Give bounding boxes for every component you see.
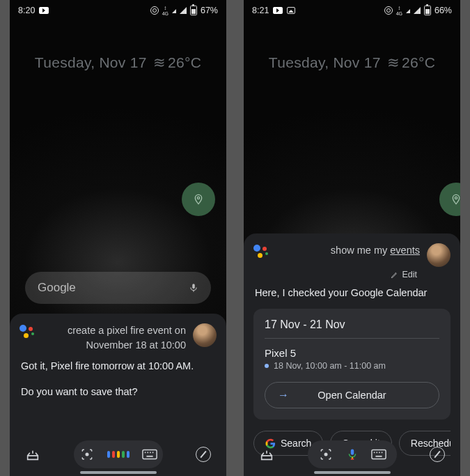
lens-icon[interactable] [79, 447, 95, 462]
assistant-input-pill[interactable] [308, 440, 397, 468]
weather-line: Tuesday, Nov 17 ≋ 26°C [244, 54, 460, 71]
user-avatar[interactable] [427, 243, 451, 267]
assistant-response: Got it, Pixel fire tomorrow at 10:00 AM.… [21, 358, 217, 399]
explore-icon[interactable] [196, 447, 211, 462]
svg-point-8 [150, 452, 151, 453]
svg-point-18 [376, 452, 377, 453]
battery-percent: 66% [434, 6, 452, 15]
signal-icon-small [172, 9, 176, 13]
assistant-input-pill[interactable] [74, 440, 163, 468]
svg-point-10 [455, 197, 457, 199]
signal-icon [180, 7, 187, 14]
assistant-dock [244, 433, 460, 476]
weather-line: Tuesday, Nov 17 ≋ 26°C [10, 54, 226, 71]
svg-point-9 [152, 452, 153, 453]
youtube-icon [273, 7, 283, 14]
keyboard-icon[interactable] [371, 447, 386, 462]
user-avatar[interactable] [193, 323, 217, 347]
status-bar: 8:21 ↕4G 66% [244, 0, 460, 18]
battery-percent: 67% [201, 6, 218, 15]
edit-label: Edit [402, 270, 417, 279]
svg-point-17 [373, 452, 375, 453]
network-4g-icon: ↕4G [162, 6, 169, 16]
tray-icon[interactable] [25, 447, 40, 462]
google-search-label: Google [38, 281, 76, 295]
calendar-card: 17 Nov - 21 Nov Pixel 5 18 Nov, 10:00 am… [253, 309, 451, 420]
svg-point-7 [147, 452, 148, 453]
weather-icon: ≋ [387, 54, 395, 71]
open-calendar-button[interactable]: → Open Calendar [265, 382, 439, 408]
signal-icon-small [406, 9, 410, 13]
arrow-right-icon: → [278, 389, 289, 401]
weather-icon: ≋ [153, 54, 162, 71]
user-prompt-text: create a pixel fire event on November 18… [42, 323, 186, 353]
location-pin-icon [451, 192, 460, 207]
screenshot-icon [287, 7, 295, 14]
svg-rect-5 [146, 456, 152, 457]
home-handle[interactable] [314, 471, 391, 474]
svg-rect-15 [371, 450, 385, 459]
network-4g-icon: ↕4G [396, 6, 402, 16]
status-time: 8:20 [18, 6, 35, 15]
status-bar: 8:20 ↕4G 67% [10, 0, 226, 18]
youtube-icon [39, 7, 49, 14]
location-pin-icon [193, 192, 204, 207]
assistant-voice-icon[interactable] [107, 451, 130, 458]
edit-prompt-row[interactable]: Edit [253, 270, 417, 279]
assistant-logo-icon [19, 325, 35, 340]
mic-icon[interactable] [346, 446, 359, 463]
svg-point-3 [85, 453, 88, 456]
calendar-date-range: 17 Nov - 21 Nov [265, 318, 439, 331]
hotspot-icon [384, 6, 393, 15]
event-title[interactable]: Pixel 5 [265, 347, 439, 359]
phone-left: 8:20 ↕4G 67% Tuesday, Nov 17 ≋ 26°C Goog… [10, 0, 226, 476]
svg-point-11 [324, 453, 327, 456]
mic-icon[interactable] [189, 281, 198, 295]
battery-icon [190, 6, 197, 15]
tray-icon[interactable] [259, 447, 274, 462]
keyboard-icon[interactable] [142, 447, 157, 462]
google-search-pill[interactable]: Google [25, 272, 211, 304]
battery-icon [424, 6, 431, 15]
event-color-dot [265, 364, 269, 368]
user-prompt-row: create a pixel fire event on November 18… [19, 323, 217, 353]
assistant-response: Here, I checked your Google Calendar [255, 285, 451, 300]
pencil-icon [391, 271, 398, 279]
event-time: 18 Nov, 10:00 am - 11:00 am [265, 361, 439, 371]
hotspot-icon [150, 6, 159, 15]
phone-right: 8:21 ↕4G 66% Tuesday, Nov 17 ≋ 26°C show… [244, 0, 460, 476]
status-time: 8:21 [252, 6, 269, 15]
assistant-logo-icon [253, 245, 269, 260]
home-handle[interactable] [80, 471, 157, 474]
svg-rect-16 [375, 456, 382, 457]
svg-rect-12 [350, 450, 354, 455]
svg-point-19 [379, 452, 380, 453]
signal-icon [414, 7, 421, 14]
svg-point-20 [381, 452, 382, 453]
user-prompt-text: show me my events [276, 243, 420, 258]
assistant-dock [10, 433, 226, 476]
user-prompt-row: show me my events [253, 243, 451, 267]
location-bubble[interactable] [182, 183, 215, 216]
svg-point-0 [197, 197, 199, 199]
divider [265, 338, 439, 339]
svg-rect-1 [192, 284, 195, 289]
location-bubble[interactable] [439, 183, 460, 216]
explore-icon[interactable] [430, 447, 445, 462]
svg-point-6 [144, 452, 146, 453]
svg-rect-4 [142, 450, 156, 459]
lens-icon[interactable] [318, 447, 334, 462]
